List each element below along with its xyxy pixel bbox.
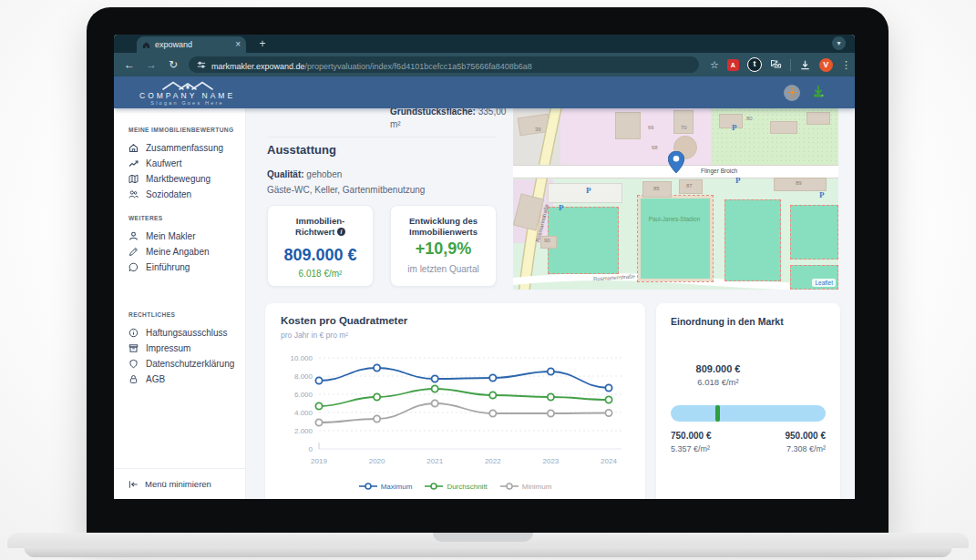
chart-legend: MaximumDurchschnittMinimum xyxy=(265,482,645,491)
extensions-puzzle-icon[interactable] xyxy=(770,59,782,71)
tab-title: expowand xyxy=(155,40,231,49)
archive-icon xyxy=(128,343,139,353)
sidebar-section-title: MEINE IMMOBILIENBEWERTUNG xyxy=(128,127,245,133)
laptop-screen: expowand × + ▾ ← → ↻ markmakler.expowand… xyxy=(114,35,855,499)
chart-card: Kosten pro Quadratmeter pro Jahr in € pr… xyxy=(265,303,645,499)
svg-text:2023: 2023 xyxy=(543,457,560,465)
reload-button[interactable]: ↻ xyxy=(167,58,180,71)
company-logo: COMPANY NAME Slogan Goes Here xyxy=(139,79,235,107)
extension-t-icon[interactable]: t xyxy=(747,57,762,72)
pdf-extension-icon[interactable]: A xyxy=(727,59,739,71)
company-name: COMPANY NAME xyxy=(139,92,235,100)
sidebar-item-zusammenfassung[interactable]: Zusammenfassung xyxy=(128,140,245,156)
sidebar-section-title: RECHTLICHES xyxy=(128,311,245,318)
roofs-logo-icon xyxy=(161,79,214,91)
map-sports-field xyxy=(724,199,781,281)
app-header: COMPANY NAME Slogan Goes Here xyxy=(114,76,855,108)
address-bar[interactable]: markmakler.expowand.de/propertyvaluation… xyxy=(189,56,699,73)
entwicklung-caption: im letzten Quartal xyxy=(391,264,496,274)
home-icon xyxy=(128,143,139,153)
sidebar-item-meine-angaben[interactable]: Meine Angaben xyxy=(128,244,245,260)
map-icon xyxy=(128,174,139,184)
sidebar-item-soziodaten[interactable]: Soziodaten xyxy=(128,187,245,202)
menu-minimize-button[interactable]: Menü minimieren xyxy=(114,468,246,499)
richtwert-card-title: Immobilien- Richtwert i xyxy=(268,216,373,238)
map-stadium-field xyxy=(638,196,713,281)
sidebar-item-haftungsausschluss[interactable]: Haftungsausschluss xyxy=(128,325,245,341)
house-number: 70 xyxy=(681,125,687,130)
tab-close-icon[interactable]: × xyxy=(235,40,241,49)
svg-text:2022: 2022 xyxy=(485,457,501,465)
sidebar-item-marktbewegung[interactable]: Marktbewegung xyxy=(128,171,245,187)
main-panel: Grundstücksfläche: 335,00 m² xyxy=(246,108,855,499)
laptop-base-notch xyxy=(433,533,533,542)
svg-text:0: 0 xyxy=(309,445,313,453)
map-pin-icon[interactable] xyxy=(668,151,684,173)
house-number: 80 xyxy=(746,116,753,121)
user-icon xyxy=(128,231,139,241)
forward-button[interactable]: → xyxy=(145,58,158,71)
line-chart: 02.0004.0006.0008.00010.0002019202020212… xyxy=(265,347,645,474)
svg-text:2021: 2021 xyxy=(426,457,443,465)
browser-tab[interactable]: expowand × xyxy=(137,36,246,53)
back-button[interactable]: ← xyxy=(123,58,136,71)
richtwert-value: 809.000 € xyxy=(268,246,373,265)
entwicklung-card: Entwicklung des Immobilienwerts +10,9% i… xyxy=(390,205,497,287)
sidebar-item-datenschutz[interactable]: Datenschutzerklärung xyxy=(128,356,245,372)
divider xyxy=(267,137,497,137)
sidebar-item-impressum[interactable]: Impressum xyxy=(128,341,245,356)
home-favicon-icon xyxy=(142,41,150,49)
svg-text:10.000: 10.000 xyxy=(291,354,313,362)
market-range-bar xyxy=(671,405,826,422)
pen-icon xyxy=(128,247,139,257)
sidebar: MEINE IMMOBILIENBEWERTUNG Zusammenfassun… xyxy=(114,108,246,499)
tab-search-chevron-icon[interactable]: ▾ xyxy=(832,36,846,50)
legend-item-maximum[interactable]: Maximum xyxy=(359,482,413,491)
house-number: 85 xyxy=(653,186,660,191)
users-icon xyxy=(128,189,139,199)
browser-menu-icon[interactable]: ⋮ xyxy=(841,59,851,71)
market-current-value: 809.000 € 6.018 €/m² xyxy=(656,363,780,387)
url-path: /propertyvaluation/index/f6d4101bcefcc1a… xyxy=(305,62,532,71)
sidebar-item-agb[interactable]: AGB xyxy=(128,372,245,387)
tune-icon xyxy=(197,60,206,69)
property-area-row: Grundstücksfläche: 335,00 m² xyxy=(390,106,506,131)
sidebar-item-einfuehrung[interactable]: Einführung xyxy=(128,260,245,275)
toolbar-divider xyxy=(790,59,791,71)
lock-icon xyxy=(128,374,139,384)
info-icon[interactable]: i xyxy=(337,228,345,236)
house-number: 39 xyxy=(535,127,541,132)
map-street-label: Flinger Broich xyxy=(701,168,737,174)
laptop-bezel: expowand × + ▾ ← → ↻ markmakler.expowand… xyxy=(87,7,889,533)
download-report-icon[interactable] xyxy=(811,84,826,102)
settings-sun-icon[interactable] xyxy=(784,85,800,101)
info-circle-icon xyxy=(128,328,139,338)
house-number: 66 xyxy=(648,125,654,130)
sidebar-item-kaufwert[interactable]: Kaufwert xyxy=(128,156,245,171)
map-attribution[interactable]: Leaflet xyxy=(812,279,836,287)
richtwert-per-sqm: 6.018 €/m² xyxy=(268,269,373,279)
sidebar-item-mein-makler[interactable]: Mein Makler xyxy=(128,229,245,244)
sidebar-section-title: WEITERES xyxy=(128,215,245,221)
downloads-icon[interactable] xyxy=(799,59,811,71)
legend-item-durchschnitt[interactable]: Durchschnitt xyxy=(425,482,487,491)
parking-icon: P xyxy=(559,203,564,212)
house-number: 87 xyxy=(686,183,693,188)
chart-title: Kosten pro Quadratmeter xyxy=(281,315,407,326)
browser-profile-avatar[interactable]: V xyxy=(819,58,833,72)
bookmark-star-icon[interactable]: ☆ xyxy=(710,59,719,71)
section-title-ausstattung: Ausstattung xyxy=(267,143,336,157)
new-tab-button[interactable]: + xyxy=(255,37,270,52)
shield-icon xyxy=(128,359,139,369)
svg-text:2024: 2024 xyxy=(601,457,617,465)
parking-icon: P xyxy=(586,186,591,195)
map[interactable]: Flinger Broich Rosmarinstraße Rosmariens… xyxy=(513,108,838,290)
market-title: Einordnung in den Markt xyxy=(671,316,784,327)
area-unit: m² xyxy=(390,118,506,131)
url-host: markmakler.expowand.de xyxy=(211,62,305,71)
quality-row: Qualität: gehoben xyxy=(267,169,342,179)
legend-item-minimum[interactable]: Minimum xyxy=(500,482,551,491)
svg-text:4.000: 4.000 xyxy=(294,409,313,417)
svg-text:2019: 2019 xyxy=(311,457,327,465)
collapse-menu-icon xyxy=(128,480,139,489)
